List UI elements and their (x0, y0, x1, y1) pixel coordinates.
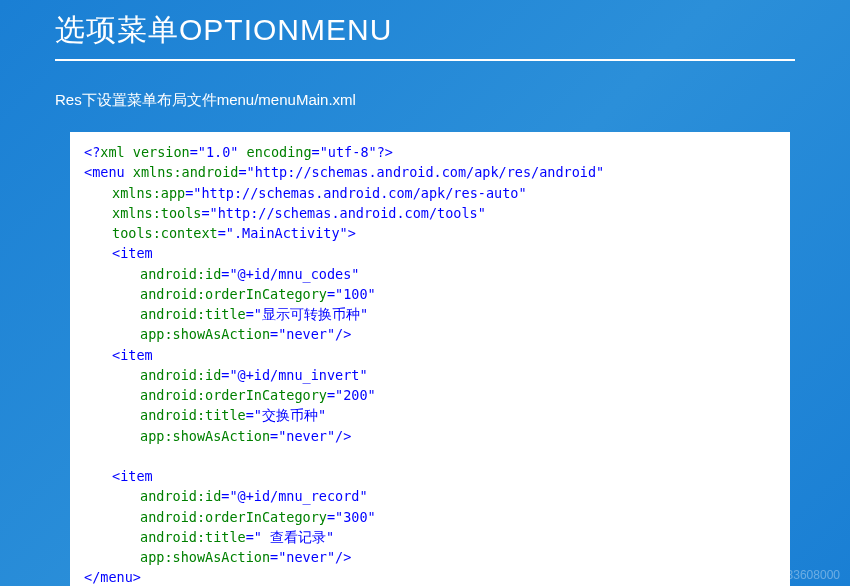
watermark-text: https://blog.csdn.net/qq_33608000 (656, 568, 840, 582)
code-content: <?xml version="1.0" encoding="utf-8"?> <… (84, 142, 776, 586)
slide-header: 选项菜单OPTIONMENU (0, 0, 850, 61)
slide-subtitle: Res下设置菜单布局文件menu/menuMain.xml (55, 91, 850, 110)
code-block: <?xml version="1.0" encoding="utf-8"?> <… (70, 132, 790, 586)
slide-title: 选项菜单OPTIONMENU (55, 10, 795, 51)
title-underline (55, 59, 795, 61)
